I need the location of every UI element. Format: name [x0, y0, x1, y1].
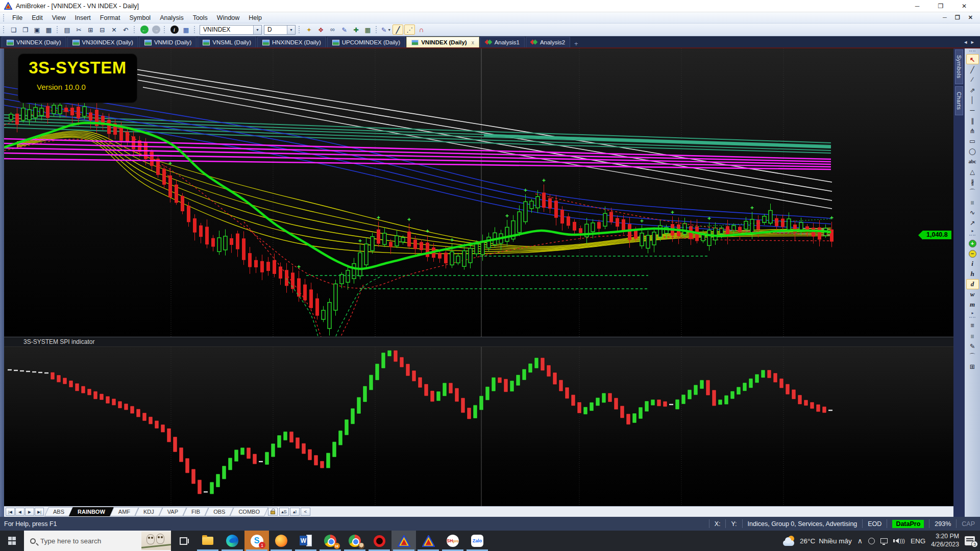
interval-d-button[interactable]: d: [966, 279, 979, 289]
menu-view[interactable]: View: [47, 13, 70, 22]
zigzag-tool[interactable]: ∿: [966, 207, 979, 217]
open-file-icon[interactable]: ❐: [20, 24, 31, 35]
report-icon[interactable]: ▦: [362, 24, 373, 35]
chart-tab-analysis1[interactable]: Analysis1: [480, 37, 525, 47]
interval-h-button[interactable]: h: [966, 269, 979, 279]
cycle-lines-tool[interactable]: |||: [966, 197, 979, 207]
search-highlight-image[interactable]: [141, 532, 171, 550]
toolbar-overflow-icon[interactable]: ▸: [967, 310, 980, 316]
glasses-icon[interactable]: ∞: [327, 24, 338, 35]
menu-edit[interactable]: Edit: [27, 13, 47, 22]
lock-icon[interactable]: [268, 508, 278, 516]
chart-tab-vnmid-daily-[interactable]: VNMID (Daily): [139, 37, 197, 47]
sheet-tab-abs[interactable]: ABS: [46, 507, 71, 516]
amibroker-active-icon[interactable]: [391, 531, 416, 551]
formula-editor-icon[interactable]: ✎: [339, 24, 350, 35]
print-icon[interactable]: ▤: [62, 24, 72, 35]
chevron-down-icon[interactable]: ▼: [287, 26, 295, 34]
tab-scroll-right-icon[interactable]: ▸: [971, 39, 974, 45]
cut-icon[interactable]: ✂: [74, 24, 84, 35]
arc-tool[interactable]: ⌒: [966, 187, 979, 197]
menu-insert[interactable]: Insert: [70, 13, 95, 22]
menu-help[interactable]: Help: [244, 13, 266, 22]
interval-i-button[interactable]: i: [966, 259, 979, 269]
rectangle-tool[interactable]: ▭: [966, 136, 979, 146]
language-indicator[interactable]: ENG: [911, 537, 925, 545]
mdi-restore-button[interactable]: ❐: [955, 14, 960, 21]
opera-icon[interactable]: [367, 531, 391, 551]
sheet-tab-amf[interactable]: AMF: [112, 507, 137, 516]
chart-window-icon[interactable]: ▦: [181, 24, 191, 35]
extended-line-tool[interactable]: ⇗: [966, 85, 979, 95]
sheet-nav-1[interactable]: ◀: [15, 508, 24, 516]
sheet-button-2[interactable]: <: [301, 508, 310, 516]
sheet-button-0[interactable]: ▴S: [279, 508, 289, 516]
draw-pen-icon[interactable]: ✎: [966, 341, 979, 351]
menu-file[interactable]: File: [8, 13, 27, 22]
menu-tools[interactable]: Tools: [188, 13, 212, 22]
shpro-icon[interactable]: SHpro: [440, 531, 465, 551]
zalo-icon[interactable]: Zalo: [465, 531, 489, 551]
channel-tool[interactable]: ∦: [966, 177, 979, 187]
file-explorer-icon[interactable]: [195, 531, 220, 551]
chart-tab-vnsml-daily-[interactable]: VNSML (Daily): [198, 37, 256, 47]
line-chart-icon[interactable]: ≡: [966, 320, 979, 331]
clock[interactable]: 3:20 PM 4/26/2023: [931, 533, 959, 549]
search-input[interactable]: Type here to search: [24, 531, 171, 551]
start-button[interactable]: [0, 531, 24, 551]
ellipse-tool[interactable]: ◯: [966, 146, 979, 156]
toolbar-overflow-icon[interactable]: ▸: [967, 228, 980, 234]
edge-icon[interactable]: [220, 531, 244, 551]
trendline-tool[interactable]: ╱: [966, 64, 979, 74]
chart-tab-hnxindex-daily-[interactable]: HNXINDEX (Daily): [257, 37, 326, 47]
menu-analysis[interactable]: Analysis: [155, 13, 188, 22]
parallel-lines-tool[interactable]: ∥: [966, 115, 979, 126]
forward-button[interactable]: →: [151, 24, 161, 35]
tray-app-icon[interactable]: [868, 538, 875, 544]
sheet-tab-kdj[interactable]: KDJ: [137, 507, 161, 516]
tab-symbols[interactable]: Symbols: [955, 49, 963, 84]
chart-tab-upcomindex-daily-[interactable]: UPCOMINDEX (Daily): [327, 37, 405, 47]
sheet-nav-0[interactable]: |◀: [6, 508, 15, 516]
task-view-icon[interactable]: [171, 531, 195, 551]
minimize-button[interactable]: ─: [905, 1, 929, 12]
tab-charts[interactable]: Charts: [955, 86, 963, 115]
tray-chevron-up-icon[interactable]: ∧: [857, 537, 863, 545]
amibroker-icon[interactable]: [416, 531, 440, 551]
network-icon[interactable]: [880, 538, 888, 543]
delete-icon[interactable]: ✕: [109, 24, 119, 35]
text-tool[interactable]: abc: [966, 156, 979, 166]
pencil-tool-icon[interactable]: ✎▼: [381, 24, 391, 35]
volume-icon[interactable]: ))): [893, 538, 905, 544]
symbol-info-icon[interactable]: i: [169, 24, 180, 35]
symbol-combo[interactable]: VNINDEX ▼: [200, 25, 262, 35]
chart-tab-vnindex-daily-[interactable]: VNINDEX (Daily)x: [406, 37, 479, 47]
tab-scroll-left-icon[interactable]: ◂: [964, 39, 967, 45]
sheet-button-1[interactable]: ▴I: [290, 508, 300, 516]
grid-icon[interactable]: ⊞: [966, 361, 979, 371]
fib-arcs-icon[interactable]: ⌒: [966, 351, 979, 361]
bar-chart-icon[interactable]: |||: [966, 331, 979, 341]
sheet-tab-combo[interactable]: COMBO: [232, 507, 266, 516]
price-chart[interactable]: [4, 48, 953, 337]
notification-icon[interactable]: 3: [965, 536, 975, 545]
new-file-icon[interactable]: ❏: [8, 24, 19, 35]
close-button[interactable]: ✕: [952, 1, 976, 12]
arrow-tool[interactable]: ↗: [966, 217, 979, 228]
chrome-work-icon[interactable]: H: [318, 531, 342, 551]
sheet-tab-fib[interactable]: FIB: [185, 507, 207, 516]
vertical-line-tool[interactable]: │: [966, 95, 979, 105]
spi-indicator-chart[interactable]: [4, 347, 953, 506]
save-database-icon[interactable]: ▦: [43, 24, 54, 35]
copy-icon[interactable]: ⊞: [85, 24, 96, 35]
pointer-tool[interactable]: ↖: [966, 54, 979, 64]
explorer-icon[interactable]: ❖: [315, 24, 326, 35]
magnet-tool-icon[interactable]: ∩: [416, 24, 427, 35]
skype-icon[interactable]: S1: [244, 531, 269, 551]
chart-tab-vnindex-daily-[interactable]: VNINDEX (Daily): [2, 37, 66, 47]
zoom-in-button[interactable]: +: [966, 238, 979, 248]
undo-icon[interactable]: ↶: [120, 24, 131, 35]
sheet-tab-obs[interactable]: OBS: [207, 507, 232, 516]
interval-combo[interactable]: D ▼: [264, 25, 296, 35]
scan-icon[interactable]: ✚: [351, 24, 361, 35]
